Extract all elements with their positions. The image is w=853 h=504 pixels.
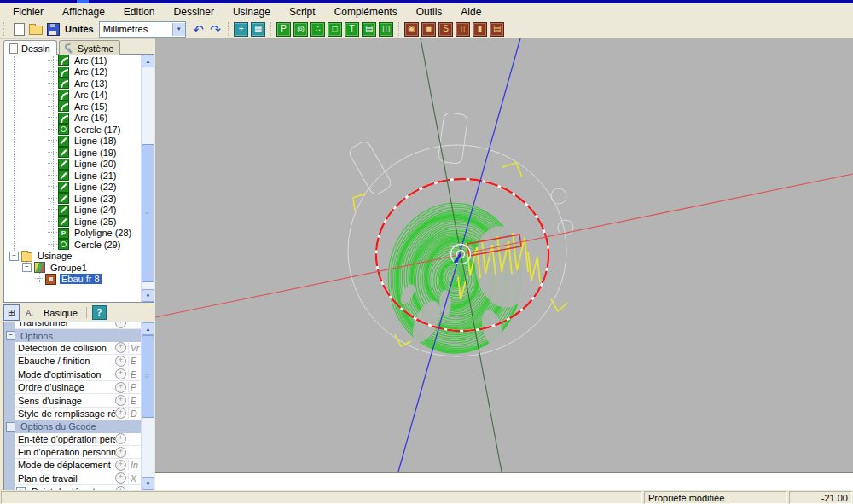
property-row[interactable]: Ebauche / finition+E (15, 355, 141, 368)
tree-item[interactable]: Arc (12) (4, 67, 141, 78)
tree-item[interactable]: Ligne (25) (4, 216, 141, 228)
property-action-icon[interactable]: + (115, 382, 126, 393)
tab-systeme[interactable]: Système (59, 40, 121, 55)
tree-item[interactable]: Ligne (23) (4, 193, 141, 205)
property-category[interactable]: −Options du Gcode (4, 420, 141, 432)
solid-tool-button[interactable]: ◫ (378, 21, 395, 37)
property-value[interactable]: E (128, 369, 141, 379)
menu-item-1[interactable]: Fichier (3, 4, 53, 20)
rectangle-tool-button[interactable]: □ (327, 21, 344, 37)
property-row[interactable]: Détection de collision+Vr (15, 342, 141, 355)
scroll-down-icon[interactable]: ▼ (142, 477, 154, 490)
property-action-icon[interactable]: + (115, 433, 126, 444)
property-action-icon[interactable]: + (115, 342, 126, 353)
tree-item[interactable]: Ligne (21) (4, 170, 141, 182)
chevron-down-icon[interactable]: ▼ (172, 23, 185, 36)
scrollbar-thumb[interactable] (142, 144, 154, 282)
tree-expander-icon[interactable]: − (22, 263, 32, 272)
properties-scrollbar[interactable]: ▲ ▼ (141, 322, 154, 490)
menu-item-8[interactable]: Outils (407, 4, 452, 20)
scroll-down-icon[interactable]: ▼ (142, 289, 154, 302)
property-row[interactable]: Mode de déplacement+In (15, 459, 141, 472)
open-file-button[interactable] (27, 21, 44, 37)
property-value[interactable]: D (128, 408, 141, 419)
cad-canvas[interactable] (155, 38, 853, 472)
property-value[interactable]: E (128, 396, 141, 406)
category-expander-icon[interactable]: − (6, 422, 15, 432)
property-row[interactable]: Style de remplissage région+D (15, 408, 141, 420)
menu-item-6[interactable]: Script (280, 4, 325, 20)
property-row[interactable]: Fin d'opération personnalisée+ (15, 446, 141, 459)
profile3d-op-button[interactable]: ▯ (455, 21, 472, 37)
property-action-icon[interactable]: + (115, 395, 126, 406)
circle-tool-button[interactable]: ◎ (293, 21, 310, 37)
tree-item[interactable]: Cercle (29) (4, 239, 141, 251)
property-category[interactable]: −Options (4, 329, 141, 341)
tree-item[interactable]: Ligne (20) (4, 159, 141, 171)
engrave-op-button[interactable]: S (438, 21, 455, 37)
property-action-icon[interactable]: + (115, 460, 126, 471)
polyline-tool-button[interactable]: P (276, 21, 293, 37)
property-value[interactable]: P (128, 382, 141, 392)
tree-item[interactable]: −Usinage (4, 251, 141, 263)
property-action-icon[interactable]: + (115, 472, 126, 484)
tree-item[interactable]: Ligne (24) (4, 205, 141, 217)
tree-item[interactable]: Ligne (19) (4, 147, 141, 159)
gcode-op-button[interactable]: ▤ (489, 21, 506, 37)
scroll-up-icon[interactable]: ▲ (142, 55, 154, 67)
tree-item[interactable]: Ligne (22) (4, 182, 141, 194)
menu-item-2[interactable]: Affichage (53, 4, 114, 20)
property-row[interactable]: Mode d'optimisation+E (15, 368, 141, 381)
tab-dessin[interactable]: Dessin (3, 40, 57, 55)
tree-item[interactable]: Ligne (18) (4, 136, 141, 148)
toolbar-grip[interactable] (3, 22, 7, 36)
tree-item[interactable]: −Groupe1 (4, 262, 141, 274)
property-row[interactable]: Plan de travail+X (15, 472, 141, 485)
tree-item[interactable]: Ebau fr 8 (4, 274, 141, 286)
tree-item[interactable]: Arc (15) (4, 101, 141, 113)
property-action-icon[interactable]: + (115, 447, 126, 458)
property-row[interactable]: En-tête d'opération personnalisé+ (15, 433, 141, 446)
menu-item-9[interactable]: Aide (451, 4, 490, 20)
object-tree[interactable]: Arc (11)Arc (12)Arc (13)Arc (14)Arc (15)… (3, 54, 154, 303)
units-combobox[interactable]: Millimètres ▼ (99, 21, 186, 38)
menu-item-4[interactable]: Dessiner (165, 4, 223, 20)
axes-toggle-button[interactable]: + (233, 21, 250, 37)
points-tool-button[interactable]: ∴ (310, 21, 327, 37)
menu-item-5[interactable]: Usinage (223, 4, 280, 20)
scroll-up-icon[interactable]: ▲ (142, 322, 154, 335)
tree-expander-icon[interactable]: − (9, 252, 19, 261)
basique-view-button[interactable]: Basique (39, 307, 82, 319)
property-action-icon[interactable]: + (115, 368, 126, 379)
new-file-button[interactable] (10, 21, 27, 37)
alphabetical-sort-button[interactable]: A↓ (22, 305, 37, 320)
property-value[interactable]: In (128, 460, 141, 470)
profile-op-button[interactable]: ◉ (403, 21, 421, 37)
property-value[interactable]: Vr (128, 343, 141, 353)
property-row[interactable]: Sens d'usinage+E (15, 394, 141, 407)
tree-scrollbar[interactable]: ▲ ▼ (141, 55, 154, 302)
categorized-view-button[interactable]: ⊞ (3, 304, 20, 321)
property-action-icon[interactable]: + (115, 356, 126, 367)
tree-item[interactable]: PPolyligne (28) (4, 228, 141, 240)
property-value[interactable]: X (128, 473, 141, 484)
tree-item[interactable]: Arc (16) (4, 113, 141, 125)
property-action-icon[interactable]: + (115, 408, 126, 419)
tree-item[interactable]: Arc (13) (4, 78, 141, 90)
redo-button[interactable]: ↷ (207, 21, 224, 37)
undo-button[interactable]: ↶ (190, 21, 207, 37)
grid-toggle-button[interactable]: ▦ (250, 21, 267, 37)
pocket-op-button[interactable]: ▣ (421, 21, 438, 37)
menu-item-7[interactable]: Compléments (325, 4, 407, 20)
menu-item-3[interactable]: Edition (114, 4, 165, 20)
scrollbar-thumb[interactable] (142, 335, 154, 418)
help-button[interactable]: ? (92, 305, 107, 320)
surface-tool-button[interactable]: ▤ (361, 21, 378, 37)
property-value[interactable]: E (128, 356, 141, 366)
property-grid[interactable]: Transformer+−OptionsDétection de collisi… (3, 322, 154, 490)
property-row[interactable]: Ordre d'usinage+P (15, 381, 141, 394)
tree-item[interactable]: Arc (11) (4, 55, 141, 67)
tree-item[interactable]: Arc (14) (4, 90, 141, 101)
text-tool-button[interactable]: T (344, 21, 361, 37)
save-file-button[interactable] (44, 21, 61, 37)
